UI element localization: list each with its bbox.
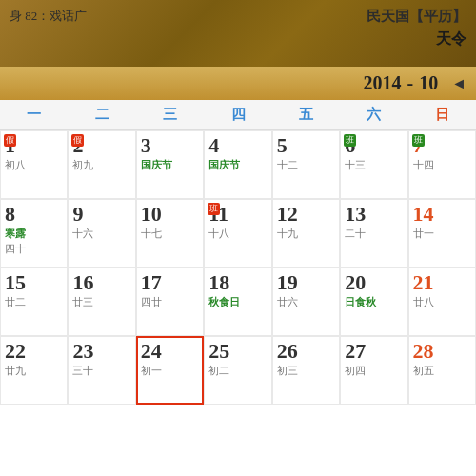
date-number: 19	[277, 271, 298, 294]
lunar-date: 四十	[5, 242, 26, 256]
lunar-date: 二十	[345, 227, 366, 241]
date-number: 8	[5, 203, 15, 226]
lunar-date: 廿一	[413, 227, 434, 241]
table-row[interactable]: 3 国庆节	[136, 130, 204, 199]
table-row[interactable]: 20 日食秋	[340, 268, 407, 336]
day-badge: 班	[344, 134, 356, 147]
table-row[interactable]: 27 初四	[340, 336, 407, 405]
dow-wed: 三	[136, 100, 204, 129]
date-number: 17	[141, 271, 162, 294]
date-number: 28	[413, 340, 434, 363]
lunar-date: 十七	[141, 227, 162, 241]
solar-term: 秋食日	[208, 295, 240, 309]
date-number: 20	[345, 271, 366, 294]
table-row[interactable]: 班 6 十三	[340, 130, 407, 199]
lunar-date: 初二	[208, 364, 229, 378]
nav-bar: 2014 - 10 ◄	[0, 67, 476, 100]
day-badge: 假	[4, 134, 16, 147]
lunar-date: 十八	[208, 227, 229, 241]
lunar-date: 廿六	[277, 295, 298, 309]
lunar-date: 十九	[277, 227, 298, 241]
dow-sat: 六	[340, 100, 407, 129]
lunar-date: 廿八	[413, 295, 434, 309]
date-number: 4	[208, 134, 219, 157]
lunar-date: 三十	[72, 364, 93, 378]
lunar-date: 初五	[413, 364, 434, 378]
lunar-date: 十六	[72, 227, 93, 241]
date-number: 22	[5, 340, 26, 363]
app-header: 民天国【平历】 身 82：戏话广 天令	[0, 0, 476, 67]
table-row[interactable]: 17 四廿	[136, 268, 204, 336]
table-row[interactable]: 8 寒露 四十	[0, 199, 68, 268]
app-title-right: 身 82：戏话广	[10, 8, 87, 25]
table-row[interactable]: 假 1 初八	[0, 130, 68, 199]
dow-tue: 二	[68, 100, 135, 129]
table-row[interactable]: 23 三十	[68, 336, 135, 405]
solar-term: 国庆节	[208, 158, 240, 172]
date-number: 14	[413, 203, 434, 226]
table-row[interactable]: 22 廿九	[0, 336, 68, 405]
table-row[interactable]: 9 十六	[68, 199, 135, 268]
solar-term: 日食秋	[345, 295, 376, 309]
date-number: 16	[72, 271, 93, 294]
lunar-date: 初一	[141, 364, 162, 378]
day-badge: 班	[412, 134, 425, 147]
date-number: 24	[141, 340, 162, 363]
header-sub: 天令	[10, 30, 466, 50]
nav-prev-arrow[interactable]: ◄	[451, 75, 466, 92]
day-badge: 假	[71, 134, 84, 147]
table-row[interactable]: 5 十二	[272, 130, 340, 199]
table-row[interactable]: 班 7 十四	[408, 130, 476, 199]
lunar-date: 廿二	[5, 295, 26, 309]
dow-row: 日 六 五 四 三 二 一	[0, 100, 476, 130]
dow-thu: 四	[204, 100, 271, 129]
dow-fri: 五	[272, 100, 340, 129]
table-row[interactable]: 4 国庆节	[204, 130, 271, 199]
table-row[interactable]: 28 初五	[408, 336, 476, 405]
lunar-date: 初三	[277, 364, 298, 378]
nav-month: 10	[419, 72, 438, 94]
table-row[interactable]: 18 秋食日	[204, 268, 271, 336]
date-number: 23	[72, 340, 93, 363]
lunar-date: 十二	[277, 158, 298, 172]
dow-mon: 一	[0, 100, 68, 129]
lunar-date: 初九	[72, 158, 93, 172]
table-row[interactable]: 14 廿一	[408, 199, 476, 268]
date-number: 26	[277, 340, 298, 363]
table-row[interactable]: 19 廿六	[272, 268, 340, 336]
nav-year: 2014	[363, 72, 401, 94]
today-cell[interactable]: 24 初一	[136, 336, 204, 405]
table-row[interactable]: 21 廿八	[408, 268, 476, 336]
table-row[interactable]: 13 二十	[340, 199, 407, 268]
dow-sun: 日	[408, 100, 476, 129]
table-row[interactable]: 10 十七	[136, 199, 204, 268]
date-number: 12	[277, 203, 298, 226]
date-number: 9	[72, 203, 83, 226]
header-top-row: 民天国【平历】 身 82：戏话广	[10, 8, 466, 26]
date-number: 25	[208, 340, 229, 363]
day-badge: 班	[208, 203, 220, 215]
date-number: 18	[208, 271, 229, 294]
lunar-date: 廿三	[72, 295, 93, 309]
date-number: 3	[141, 134, 151, 157]
lunar-date: 初四	[345, 364, 366, 378]
nav-dash: -	[407, 72, 413, 94]
table-row[interactable]: 假 2 初九	[68, 130, 135, 199]
table-row[interactable]: 25 初二	[204, 336, 271, 405]
lunar-date: 十三	[345, 158, 366, 172]
app-title-left: 民天国【平历】	[367, 8, 466, 26]
table-row[interactable]: 15 廿二	[0, 268, 68, 336]
nav-year-month[interactable]: 2014 - 10 ◄	[363, 72, 466, 94]
lunar-date: 廿九	[5, 364, 26, 378]
date-number: 13	[345, 203, 366, 226]
lunar-date: 四廿	[141, 295, 162, 309]
calendar-grid: 班 7 十四 班 6 十三 5 十二 4 国庆节 3 国庆节 假 2 初九 假 …	[0, 130, 476, 405]
table-row[interactable]: 12 十九	[272, 199, 340, 268]
date-number: 10	[141, 203, 162, 226]
solar-term: 国庆节	[141, 158, 172, 172]
table-row[interactable]: 班 11 十八	[204, 199, 271, 268]
table-row[interactable]: 16 廿三	[68, 268, 135, 336]
lunar-date: 十四	[413, 158, 434, 172]
table-row[interactable]: 26 初三	[272, 336, 340, 405]
date-number: 21	[413, 271, 434, 294]
